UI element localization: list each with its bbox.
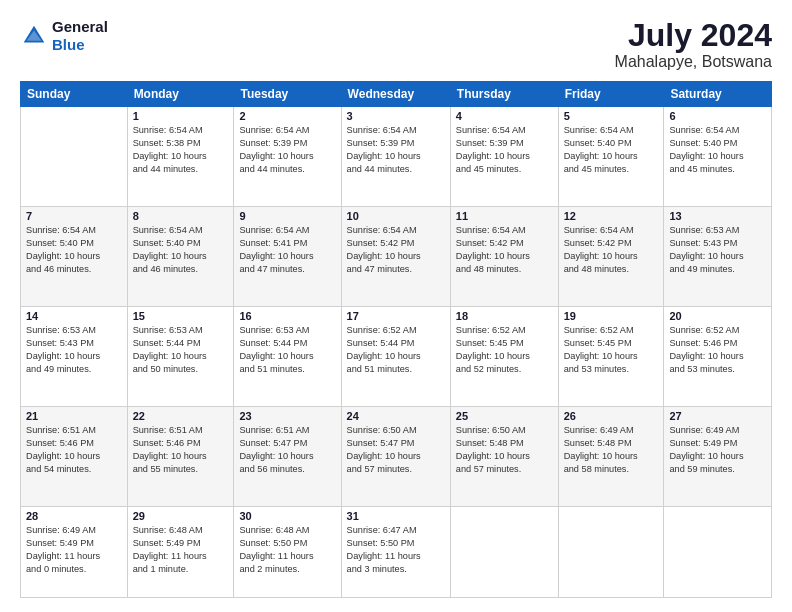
cell-date: 16 — [239, 310, 335, 322]
cell-info: Sunrise: 6:49 AMSunset: 5:49 PMDaylight:… — [669, 424, 766, 476]
logo-line1: General — [52, 18, 108, 36]
cell-3-6: 19Sunrise: 6:52 AMSunset: 5:45 PMDayligh… — [558, 307, 664, 407]
cell-3-1: 14Sunrise: 6:53 AMSunset: 5:43 PMDayligh… — [21, 307, 128, 407]
cell-2-7: 13Sunrise: 6:53 AMSunset: 5:43 PMDayligh… — [664, 207, 772, 307]
calendar-table: SundayMondayTuesdayWednesdayThursdayFrid… — [20, 81, 772, 598]
cell-4-4: 24Sunrise: 6:50 AMSunset: 5:47 PMDayligh… — [341, 407, 450, 507]
cell-date: 19 — [564, 310, 659, 322]
cell-info: Sunrise: 6:52 AMSunset: 5:46 PMDaylight:… — [669, 324, 766, 376]
cell-5-7 — [664, 507, 772, 598]
cell-5-1: 28Sunrise: 6:49 AMSunset: 5:49 PMDayligh… — [21, 507, 128, 598]
cell-4-7: 27Sunrise: 6:49 AMSunset: 5:49 PMDayligh… — [664, 407, 772, 507]
col-header-sunday: Sunday — [21, 82, 128, 107]
cell-1-5: 4Sunrise: 6:54 AMSunset: 5:39 PMDaylight… — [450, 107, 558, 207]
cell-info: Sunrise: 6:54 AMSunset: 5:42 PMDaylight:… — [564, 224, 659, 276]
col-header-wednesday: Wednesday — [341, 82, 450, 107]
cell-info: Sunrise: 6:53 AMSunset: 5:43 PMDaylight:… — [26, 324, 122, 376]
cell-date: 21 — [26, 410, 122, 422]
cell-info: Sunrise: 6:53 AMSunset: 5:43 PMDaylight:… — [669, 224, 766, 276]
col-header-friday: Friday — [558, 82, 664, 107]
cell-date: 9 — [239, 210, 335, 222]
col-header-monday: Monday — [127, 82, 234, 107]
cell-1-7: 6Sunrise: 6:54 AMSunset: 5:40 PMDaylight… — [664, 107, 772, 207]
cell-date: 30 — [239, 510, 335, 522]
cell-4-3: 23Sunrise: 6:51 AMSunset: 5:47 PMDayligh… — [234, 407, 341, 507]
cell-date: 14 — [26, 310, 122, 322]
cell-info: Sunrise: 6:54 AMSunset: 5:40 PMDaylight:… — [564, 124, 659, 176]
cell-2-6: 12Sunrise: 6:54 AMSunset: 5:42 PMDayligh… — [558, 207, 664, 307]
cell-date: 6 — [669, 110, 766, 122]
cell-date: 7 — [26, 210, 122, 222]
cell-info: Sunrise: 6:53 AMSunset: 5:44 PMDaylight:… — [133, 324, 229, 376]
cell-date: 4 — [456, 110, 553, 122]
cell-info: Sunrise: 6:52 AMSunset: 5:45 PMDaylight:… — [456, 324, 553, 376]
cell-info: Sunrise: 6:54 AMSunset: 5:42 PMDaylight:… — [456, 224, 553, 276]
cell-info: Sunrise: 6:54 AMSunset: 5:39 PMDaylight:… — [239, 124, 335, 176]
cell-info: Sunrise: 6:50 AMSunset: 5:47 PMDaylight:… — [347, 424, 445, 476]
cell-2-2: 8Sunrise: 6:54 AMSunset: 5:40 PMDaylight… — [127, 207, 234, 307]
cell-info: Sunrise: 6:54 AMSunset: 5:42 PMDaylight:… — [347, 224, 445, 276]
cell-info: Sunrise: 6:54 AMSunset: 5:40 PMDaylight:… — [669, 124, 766, 176]
cell-date: 26 — [564, 410, 659, 422]
cell-info: Sunrise: 6:51 AMSunset: 5:46 PMDaylight:… — [26, 424, 122, 476]
cell-date: 28 — [26, 510, 122, 522]
cell-info: Sunrise: 6:47 AMSunset: 5:50 PMDaylight:… — [347, 524, 445, 576]
header-row: SundayMondayTuesdayWednesdayThursdayFrid… — [21, 82, 772, 107]
cell-date: 31 — [347, 510, 445, 522]
cell-info: Sunrise: 6:54 AMSunset: 5:41 PMDaylight:… — [239, 224, 335, 276]
cell-2-1: 7Sunrise: 6:54 AMSunset: 5:40 PMDaylight… — [21, 207, 128, 307]
cell-3-5: 18Sunrise: 6:52 AMSunset: 5:45 PMDayligh… — [450, 307, 558, 407]
cell-2-4: 10Sunrise: 6:54 AMSunset: 5:42 PMDayligh… — [341, 207, 450, 307]
week-row-2: 7Sunrise: 6:54 AMSunset: 5:40 PMDaylight… — [21, 207, 772, 307]
logo-line2: Blue — [52, 36, 108, 54]
cell-info: Sunrise: 6:54 AMSunset: 5:40 PMDaylight:… — [133, 224, 229, 276]
cell-info: Sunrise: 6:54 AMSunset: 5:39 PMDaylight:… — [456, 124, 553, 176]
cell-1-4: 3Sunrise: 6:54 AMSunset: 5:39 PMDaylight… — [341, 107, 450, 207]
cell-date: 3 — [347, 110, 445, 122]
cell-3-7: 20Sunrise: 6:52 AMSunset: 5:46 PMDayligh… — [664, 307, 772, 407]
cell-3-2: 15Sunrise: 6:53 AMSunset: 5:44 PMDayligh… — [127, 307, 234, 407]
week-row-1: 1Sunrise: 6:54 AMSunset: 5:38 PMDaylight… — [21, 107, 772, 207]
cell-date: 27 — [669, 410, 766, 422]
cell-info: Sunrise: 6:50 AMSunset: 5:48 PMDaylight:… — [456, 424, 553, 476]
cell-2-3: 9Sunrise: 6:54 AMSunset: 5:41 PMDaylight… — [234, 207, 341, 307]
cell-info: Sunrise: 6:51 AMSunset: 5:47 PMDaylight:… — [239, 424, 335, 476]
col-header-saturday: Saturday — [664, 82, 772, 107]
cell-date: 22 — [133, 410, 229, 422]
cell-4-6: 26Sunrise: 6:49 AMSunset: 5:48 PMDayligh… — [558, 407, 664, 507]
cell-5-5 — [450, 507, 558, 598]
cell-date: 23 — [239, 410, 335, 422]
cell-5-4: 31Sunrise: 6:47 AMSunset: 5:50 PMDayligh… — [341, 507, 450, 598]
cell-1-3: 2Sunrise: 6:54 AMSunset: 5:39 PMDaylight… — [234, 107, 341, 207]
cell-date: 2 — [239, 110, 335, 122]
cell-info: Sunrise: 6:49 AMSunset: 5:49 PMDaylight:… — [26, 524, 122, 576]
cell-date: 8 — [133, 210, 229, 222]
cell-date: 25 — [456, 410, 553, 422]
cell-4-1: 21Sunrise: 6:51 AMSunset: 5:46 PMDayligh… — [21, 407, 128, 507]
cell-date: 13 — [669, 210, 766, 222]
subtitle: Mahalapye, Botswana — [615, 53, 772, 71]
cell-date: 15 — [133, 310, 229, 322]
cell-info: Sunrise: 6:54 AMSunset: 5:39 PMDaylight:… — [347, 124, 445, 176]
cell-info: Sunrise: 6:49 AMSunset: 5:48 PMDaylight:… — [564, 424, 659, 476]
cell-5-2: 29Sunrise: 6:48 AMSunset: 5:49 PMDayligh… — [127, 507, 234, 598]
cell-1-6: 5Sunrise: 6:54 AMSunset: 5:40 PMDaylight… — [558, 107, 664, 207]
cell-date: 1 — [133, 110, 229, 122]
cell-date: 17 — [347, 310, 445, 322]
header: General Blue July 2024 Mahalapye, Botswa… — [20, 18, 772, 71]
cell-info: Sunrise: 6:54 AMSunset: 5:38 PMDaylight:… — [133, 124, 229, 176]
cell-date: 5 — [564, 110, 659, 122]
cell-info: Sunrise: 6:51 AMSunset: 5:46 PMDaylight:… — [133, 424, 229, 476]
cell-4-2: 22Sunrise: 6:51 AMSunset: 5:46 PMDayligh… — [127, 407, 234, 507]
week-row-5: 28Sunrise: 6:49 AMSunset: 5:49 PMDayligh… — [21, 507, 772, 598]
cell-date: 18 — [456, 310, 553, 322]
cell-date: 11 — [456, 210, 553, 222]
main-title: July 2024 — [615, 18, 772, 53]
cell-info: Sunrise: 6:54 AMSunset: 5:40 PMDaylight:… — [26, 224, 122, 276]
cell-5-3: 30Sunrise: 6:48 AMSunset: 5:50 PMDayligh… — [234, 507, 341, 598]
cell-2-5: 11Sunrise: 6:54 AMSunset: 5:42 PMDayligh… — [450, 207, 558, 307]
col-header-tuesday: Tuesday — [234, 82, 341, 107]
cell-1-1 — [21, 107, 128, 207]
cell-3-4: 17Sunrise: 6:52 AMSunset: 5:44 PMDayligh… — [341, 307, 450, 407]
cell-date: 29 — [133, 510, 229, 522]
